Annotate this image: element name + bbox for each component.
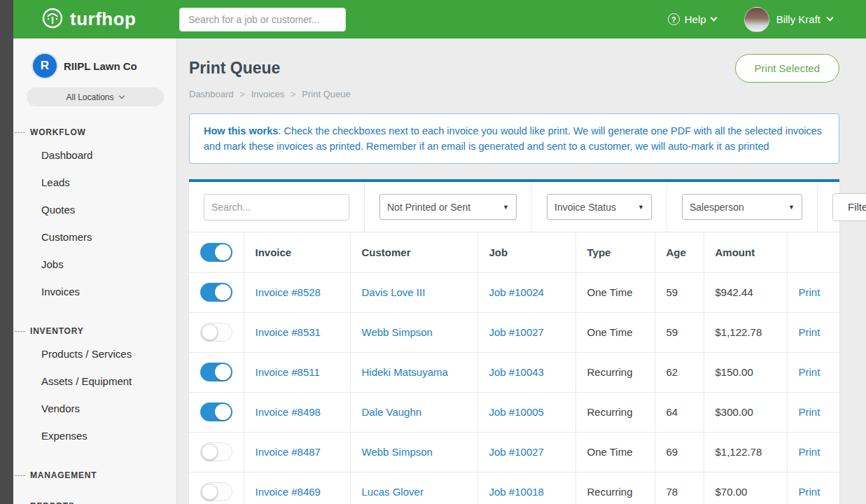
invoice-link[interactable]: Invoice #8531: [256, 326, 321, 338]
select-all-toggle[interactable]: [200, 243, 232, 262]
sidebar-item-quotes[interactable]: Quotes: [13, 196, 176, 223]
info-text: : Check the checkboxes next to each invo…: [204, 125, 822, 152]
location-selector-label: All Locations: [66, 92, 113, 102]
column-header-amount: Amount: [704, 232, 787, 272]
invoice-link[interactable]: Invoice #8528: [256, 286, 321, 298]
table-header-row: Invoice Customer Job Type Age Amount: [189, 232, 839, 272]
sidebar-item-vendors[interactable]: Vendors: [13, 395, 176, 422]
row-select-toggle[interactable]: [200, 402, 232, 421]
print-selected-button[interactable]: Print Selected: [735, 54, 839, 83]
invoice-amount: $150.00: [704, 352, 787, 392]
row-select-toggle[interactable]: [200, 442, 232, 461]
customer-link[interactable]: Webb Simpson: [362, 326, 433, 338]
job-link[interactable]: Job #10018: [489, 486, 544, 498]
left-dark-rail: [0, 0, 13, 504]
sidebar-item-dashboard[interactable]: Dashboard: [13, 141, 176, 169]
print-link[interactable]: Print: [799, 406, 820, 418]
invoice-table: Invoice Customer Job Type Age Amount Inv…: [189, 232, 839, 504]
sidebar-section-workflow: WORKFLOW: [13, 127, 176, 137]
breadcrumb-separator: >: [291, 90, 295, 99]
toggle-knob: [215, 404, 231, 420]
filter-cell-not-printed-or-sent: Not Printed or Sent▼: [365, 182, 532, 232]
invoice-type: Recurring: [575, 352, 655, 392]
row-select-toggle[interactable]: [200, 283, 232, 302]
invoice-age: 64: [655, 392, 704, 432]
help-menu[interactable]: ? Help: [668, 13, 716, 25]
toggle-knob: [215, 284, 231, 300]
page-title: Print Queue: [189, 59, 280, 78]
info-box: How this works: Check the checkboxes nex…: [189, 113, 839, 164]
job-link[interactable]: Job #10005: [489, 406, 544, 418]
filter-select-invoice-status[interactable]: Invoice Status▼: [547, 194, 652, 220]
customer-link[interactable]: Hideki Matsuyama: [362, 366, 448, 378]
sidebar-item-products-services[interactable]: Products / Services: [13, 340, 176, 368]
row-select-toggle[interactable]: [200, 482, 232, 501]
sidebar-section-reports: REPORTS: [13, 501, 176, 504]
turfhop-logo-icon: [41, 7, 64, 32]
top-navigation-bar: turfhop ? Help Billy Kraft: [13, 0, 866, 38]
location-selector[interactable]: All Locations: [27, 88, 164, 106]
toggle-knob: [202, 444, 218, 460]
sidebar-item-jobs[interactable]: Jobs: [13, 251, 176, 278]
filter-select-not-printed-or-sent[interactable]: Not Printed or Sent▼: [379, 194, 517, 220]
toggle-knob: [215, 364, 231, 380]
user-name: Billy Kraft: [776, 13, 820, 25]
invoice-link[interactable]: Invoice #8498: [256, 406, 321, 418]
sidebar-item-invoices[interactable]: Invoices: [13, 278, 176, 305]
job-link[interactable]: Job #10027: [489, 446, 544, 458]
sidebar-item-expenses[interactable]: Expenses: [13, 422, 176, 449]
row-select-toggle[interactable]: [200, 363, 232, 382]
print-link[interactable]: Print: [799, 326, 820, 338]
customer-link[interactable]: Webb Simpson: [362, 446, 433, 458]
invoice-age: 59: [655, 272, 704, 312]
print-link[interactable]: Print: [799, 446, 820, 458]
sidebar-section-management: MANAGEMENT: [13, 470, 176, 480]
filter-cell-salesperson: Salesperson▼: [667, 182, 818, 232]
sidebar-item-assets-equipment[interactable]: Assets / Equipment: [13, 368, 176, 395]
section-dash-icon: [15, 475, 25, 476]
invoice-type: One Time: [575, 312, 655, 352]
print-link[interactable]: Print: [799, 486, 820, 498]
breadcrumb-dashboard[interactable]: Dashboard: [189, 89, 234, 99]
customer-link[interactable]: Lucas Glover: [362, 486, 424, 498]
column-header-age: Age: [655, 232, 704, 272]
invoice-link[interactable]: Invoice #8487: [256, 446, 321, 458]
job-link[interactable]: Job #10043: [489, 366, 544, 378]
turfhop-logo[interactable]: turfhop: [13, 7, 179, 32]
user-avatar: [744, 7, 769, 32]
invoice-type: Recurring: [575, 472, 655, 504]
invoice-link[interactable]: Invoice #8469: [256, 486, 321, 498]
user-menu[interactable]: Billy Kraft: [744, 7, 832, 32]
filter-select-salesperson[interactable]: Salesperson▼: [682, 194, 802, 220]
print-link[interactable]: Print: [799, 286, 820, 298]
select-caret-icon: ▼: [788, 204, 795, 211]
print-link[interactable]: Print: [799, 366, 820, 378]
invoice-row: Invoice #8528 Davis Love III Job #10024 …: [189, 272, 839, 312]
filter-select-value: Salesperson: [690, 202, 744, 213]
table-search-input[interactable]: [204, 194, 349, 220]
toggle-knob: [202, 484, 218, 500]
breadcrumb: Dashboard>Invoices>Print Queue: [189, 89, 839, 99]
customer-link[interactable]: Dale Vaughn: [362, 406, 422, 418]
invoice-amount: $300.00: [704, 392, 787, 432]
global-search-input[interactable]: [179, 8, 346, 31]
invoice-type: Recurring: [575, 392, 655, 432]
sidebar-item-customers[interactable]: Customers: [13, 223, 176, 251]
invoice-age: 62: [655, 352, 704, 392]
breadcrumb-print-queue: Print Queue: [302, 89, 350, 99]
filter-button[interactable]: Filter: [832, 193, 866, 221]
filter-select-value: Not Printed or Sent: [387, 202, 470, 213]
info-lead: How this works: [204, 125, 278, 136]
customer-link[interactable]: Davis Love III: [362, 286, 426, 298]
job-link[interactable]: Job #10027: [489, 326, 544, 338]
section-dash-icon: [15, 132, 25, 133]
job-link[interactable]: Job #10024: [489, 286, 544, 298]
sidebar-item-leads[interactable]: Leads: [13, 169, 176, 196]
invoice-link[interactable]: Invoice #8511: [256, 366, 320, 378]
breadcrumb-separator: >: [240, 90, 245, 99]
invoice-row: Invoice #8511 Hideki Matsuyama Job #1004…: [189, 352, 839, 392]
row-select-toggle[interactable]: [200, 323, 232, 342]
breadcrumb-invoices[interactable]: Invoices: [251, 89, 285, 99]
column-header-invoice: Invoice: [244, 232, 350, 272]
sidebar-sections: WORKFLOWDashboardLeadsQuotesCustomersJob…: [13, 127, 176, 504]
